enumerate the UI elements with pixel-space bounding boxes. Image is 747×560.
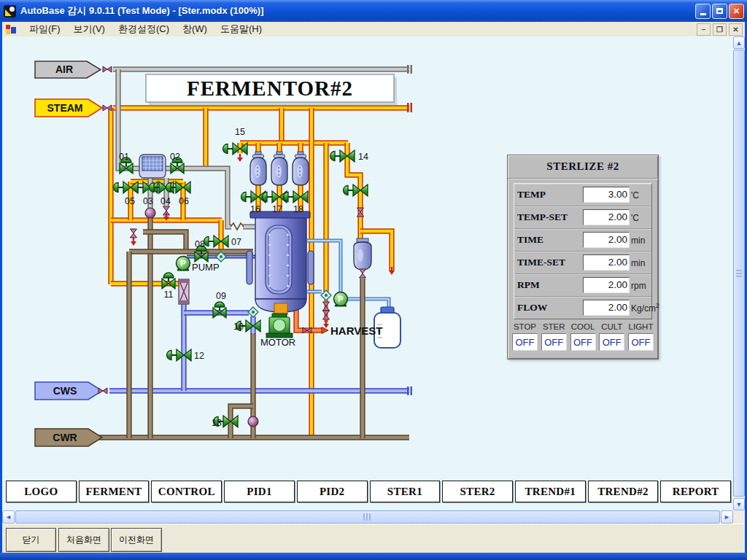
time-set-value[interactable]: 2.00: [583, 254, 630, 271]
switch-ster: STER OFF: [541, 322, 567, 351]
svg-text:11: 11: [164, 289, 174, 300]
close-button[interactable]: ✕: [729, 4, 744, 19]
valve-09[interactable]: [213, 302, 226, 318]
nav-control[interactable]: CONTROL: [151, 481, 222, 502]
mdi-close-icon[interactable]: ✕: [729, 23, 743, 36]
switch-label: CULT: [601, 322, 622, 331]
svg-text:06: 06: [179, 196, 189, 206]
maximize-button[interactable]: [712, 4, 727, 19]
minimize-button[interactable]: [695, 4, 711, 19]
menu-help[interactable]: 도움말(H): [214, 21, 268, 37]
harvest-label: HARVEST: [330, 324, 382, 337]
svg-text:12: 12: [194, 351, 204, 361]
switch-label: LIGHT: [629, 322, 654, 331]
pipe-end-ticks: [407, 65, 412, 395]
svg-text:07: 07: [231, 237, 241, 247]
row-unit: 'C: [631, 211, 639, 223]
mdi-minimize-icon[interactable]: –: [697, 23, 711, 36]
air-label: AIR: [55, 63, 73, 75]
sterlize-panel: STERLIZE #2 TEMP 3.00 'C TEMP-SET 2.00 '…: [507, 155, 659, 359]
flow-value[interactable]: 2.00: [583, 300, 630, 316]
panel-rows: TEMP 3.00 'C TEMP-SET 2.00 'C TIME 2.00 …: [514, 183, 652, 319]
nav-ster2[interactable]: STER2: [442, 481, 513, 502]
close-screen-button[interactable]: 닫기: [6, 528, 56, 552]
scroll-down-icon[interactable]: ▼: [733, 498, 745, 510]
rpm-value[interactable]: 2.00: [583, 277, 630, 293]
nav-trend1[interactable]: TREND#1: [515, 481, 586, 502]
nav-ferment[interactable]: FERMENT: [79, 481, 150, 502]
harvest-pump-letter: P: [338, 295, 343, 303]
screen-nav-bar: LOGO FERMENT CONTROL PID1 PID2 STER1 STE…: [6, 481, 731, 502]
cult-button[interactable]: OFF: [599, 333, 624, 351]
nav-pid2[interactable]: PID2: [297, 481, 368, 502]
scada-canvas: AIR STEAM CWS CWR FERMENTOR#2: [2, 36, 733, 510]
vertical-scrollbar[interactable]: ▲ ▼: [733, 36, 745, 510]
time-value[interactable]: 2.00: [583, 232, 630, 248]
switch-label: COOL: [571, 322, 595, 331]
valve-06[interactable]: [166, 182, 191, 193]
nav-pid1[interactable]: PID1: [224, 481, 295, 502]
svg-text:13: 13: [212, 418, 222, 428]
svg-text:03: 03: [143, 196, 153, 206]
ster-button[interactable]: OFF: [541, 333, 567, 351]
cwr-pump-icon: [248, 416, 258, 427]
filter-3: [293, 152, 309, 185]
menu-view[interactable]: 보기(V): [67, 21, 112, 37]
scroll-left-icon[interactable]: ◄: [2, 510, 15, 524]
mdi-restore-icon[interactable]: ❐: [713, 23, 727, 36]
harvest-arrow-icon: [322, 327, 328, 334]
row-label: RPM: [517, 279, 583, 291]
nav-trend2[interactable]: TREND#2: [588, 481, 659, 502]
rotameter: [179, 279, 189, 304]
menu-window[interactable]: 창(W): [176, 21, 214, 37]
valve-11[interactable]: [162, 273, 175, 289]
svg-text:08: 08: [195, 239, 205, 249]
nav-ster1[interactable]: STER1: [370, 481, 441, 502]
temp-value[interactable]: 3.00: [583, 187, 630, 203]
menu-config[interactable]: 환경설정(C): [112, 21, 176, 37]
switch-cool: COOL OFF: [570, 322, 596, 351]
temp-set-value[interactable]: 2.00: [583, 209, 630, 225]
source-cws: CWS: [35, 382, 102, 400]
stop-button[interactable]: OFF: [512, 333, 538, 351]
menu-file[interactable]: 파일(F): [23, 21, 67, 37]
switch-light: LIGHT OFF: [628, 322, 654, 351]
valve-12[interactable]: [167, 349, 192, 361]
svg-text:05: 05: [125, 196, 135, 206]
valve-18[interactable]: [284, 191, 309, 203]
valve-aux[interactable]: [344, 184, 368, 196]
cwr-label: CWR: [53, 432, 77, 443]
cool-button[interactable]: OFF: [570, 333, 596, 351]
title-bar: AutoBase 감시 9.0.11 (Test Mode) - [Ster.m…: [0, 0, 747, 22]
scroll-up-icon[interactable]: ▲: [733, 36, 745, 49]
nav-report[interactable]: REPORT: [660, 481, 731, 502]
svg-text:18: 18: [293, 204, 303, 214]
valve-07[interactable]: [204, 236, 229, 247]
horizontal-scroll-thumb[interactable]: [15, 510, 720, 524]
separator-vessel: [354, 238, 371, 270]
row-temp-set: TEMP-SET 2.00 'C: [514, 206, 651, 229]
scroll-right-icon[interactable]: ►: [721, 510, 733, 524]
row-time-set: TIME-SET 2.00 min: [514, 252, 651, 274]
nav-logo[interactable]: LOGO: [6, 481, 77, 502]
row-label: TEMP-SET: [517, 211, 583, 223]
horizontal-scrollbar[interactable]: ◄ ►: [2, 510, 745, 524]
svg-text:14: 14: [358, 152, 368, 162]
pressure-gauge-icon: [145, 208, 155, 218]
pump-letter: P: [180, 259, 185, 268]
home-screen-button[interactable]: 처음화면: [58, 528, 109, 552]
svg-text:15: 15: [235, 127, 245, 137]
drain-arrow-icon-3: [237, 154, 243, 162]
valve-14[interactable]: [330, 150, 355, 162]
prev-screen-button[interactable]: 이전화면: [111, 528, 162, 552]
vertical-scroll-thumb[interactable]: [733, 50, 745, 497]
drain-arrow-icon-1: [131, 238, 136, 246]
light-button[interactable]: OFF: [628, 333, 654, 351]
drain-valve-icon-4: [323, 311, 330, 319]
row-label: TEMP: [517, 189, 583, 201]
svg-text:02: 02: [170, 152, 180, 162]
air-inlet-valve-icon: [103, 66, 112, 72]
steam-label: STEAM: [47, 102, 83, 114]
filter-2: [271, 152, 287, 185]
row-label: FLOW: [517, 302, 583, 314]
